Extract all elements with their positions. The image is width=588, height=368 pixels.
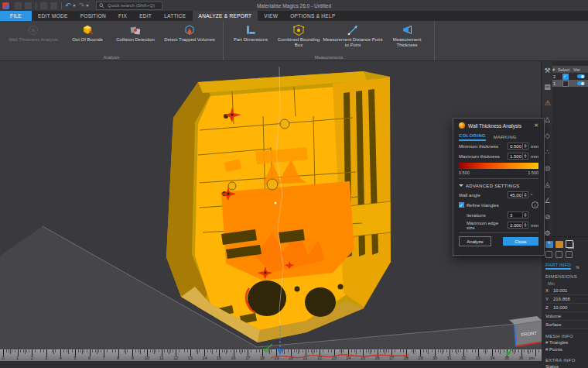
collision-detection-button[interactable]: Collision Detection — [111, 22, 159, 43]
ruler-number: 21 — [303, 356, 308, 360]
redo-icon[interactable]: ↷ — [79, 1, 85, 10]
spinner-arrows[interactable] — [522, 222, 528, 228]
part-list-panel: PART LIST # Select Visi 21 — [552, 46, 588, 236]
dialog-title-bar[interactable]: Wall Thickness Analysis ✕ — [459, 121, 538, 130]
menu-tab-view[interactable]: VIEW — [258, 11, 284, 21]
info-icon[interactable]: i — [532, 201, 538, 208]
undo-dropdown-icon[interactable] — [73, 5, 76, 7]
tab-coloring[interactable]: COLORING — [459, 133, 486, 141]
ruler-number: 22 — [317, 356, 322, 360]
part-list-row[interactable]: 1 — [552, 80, 588, 87]
machine-platform-icon[interactable]: ▤ — [542, 79, 552, 95]
menu-tab-position[interactable]: POSITION — [74, 11, 112, 21]
dimension-row: Y216.868 — [545, 295, 588, 304]
spinner-arrows[interactable] — [522, 153, 528, 159]
minimum-thickness-input[interactable]: 0.500 — [508, 143, 528, 150]
ruler-number: 28 — [404, 356, 409, 360]
wall-thickness-analysis-button[interactable]: Wall Thickness Analysis — [3, 22, 63, 43]
spinner-arrows[interactable] — [522, 143, 528, 149]
quick-toolbar-icon[interactable] — [50, 2, 57, 9]
quick-toolbar-icon[interactable] — [15, 2, 22, 9]
redo-dropdown-icon[interactable] — [86, 5, 89, 7]
ribbon: Wall Thickness AnalysisOut Of BoundsColl… — [0, 21, 588, 61]
wall-angle-label: Wall angle — [459, 193, 508, 198]
select-checkbox[interactable] — [562, 74, 569, 80]
undo-icon[interactable]: ↶ — [65, 1, 71, 10]
add-part-icon[interactable] — [545, 241, 553, 248]
analyze-button[interactable]: Analyze — [459, 236, 491, 246]
menu-bar: FILEEDIT MODEPOSITIONFIXEDITLATTICEANALY… — [0, 11, 588, 21]
ruler-number: 30 — [432, 356, 437, 360]
tab-marking[interactable]: MARKING — [494, 135, 517, 141]
ruler-number: 6 — [88, 356, 91, 360]
dimension-row: Z10.000 — [545, 304, 588, 312]
search-input[interactable] — [106, 2, 159, 9]
panel-toolbar-icon[interactable] — [566, 251, 573, 258]
quick-toolbar-icon[interactable] — [25, 2, 32, 9]
extra-info-row: Status — [545, 363, 588, 368]
panel-toolbar-icon[interactable] — [545, 251, 552, 258]
measurement-thickness-button[interactable]: Measurement Thickness — [383, 22, 431, 47]
refine-triangles-checkbox[interactable] — [459, 202, 464, 208]
spinner-arrows[interactable] — [522, 192, 528, 198]
menu-tab-edit-mode[interactable]: EDIT MODE — [32, 11, 74, 21]
refine-triangles-label: Refine triangles — [467, 203, 532, 208]
column-number: # — [552, 67, 558, 72]
maximum-thickness-input[interactable]: 1.500 — [508, 153, 528, 160]
viewport-lower-strip — [0, 361, 542, 368]
duplicate-icon[interactable] — [566, 240, 573, 248]
close-icon[interactable]: ✕ — [534, 122, 538, 129]
ruler-number: 13 — [188, 356, 193, 360]
ruler-number: 1 — [16, 356, 19, 360]
mesh-info-rows: # Triangles# Points — [545, 339, 588, 353]
part-dimensions-button[interactable]: Part Dimensions — [227, 22, 275, 43]
wall-angle-input[interactable]: 45.00 — [508, 191, 528, 198]
menu-tab-analyze-report[interactable]: ANALYZE & REPORT — [193, 11, 258, 21]
ruler-number: 14 — [202, 356, 207, 360]
measurement-thickness-icon — [401, 23, 413, 36]
quick-search-box[interactable] — [96, 2, 162, 10]
ruler-unit-label: cm — [529, 356, 535, 360]
maximum-edge-size-input[interactable]: 2.000 — [508, 222, 528, 229]
part-list-row[interactable]: 2 — [552, 73, 588, 80]
menu-tab-lattice[interactable]: LATTICE — [158, 11, 192, 21]
mesh-info-row: # Triangles — [545, 339, 588, 346]
ruler-horizontal: 0123456789101112131415161718192021222324… — [0, 349, 542, 362]
fix-wizard-icon[interactable]: ⚠ — [542, 95, 552, 112]
menu-tab-options-help[interactable]: OPTIONS & HELP — [284, 11, 341, 21]
detect-trapped-volumes-button[interactable]: Detect Trapped Volumes — [159, 22, 220, 43]
quick-toolbar-icon[interactable] — [40, 2, 47, 9]
panel-toolbar-icon[interactable] — [556, 251, 562, 258]
gradient-scale-labels: 0.500 1.500 — [459, 170, 538, 176]
minimum-thickness-value: 0.500 — [508, 143, 522, 149]
tab-part-info[interactable]: PART INFO — [545, 263, 571, 270]
ruler-number: 20 — [289, 356, 293, 360]
menu-tab-edit[interactable]: EDIT — [133, 11, 158, 21]
ruler-number: 36 — [519, 356, 524, 360]
advanced-settings-toggle[interactable]: ADVANCED SETTINGS — [459, 181, 538, 190]
folder-icon[interactable] — [556, 241, 563, 248]
combined-bounding-box-button[interactable]: Combined Bounding Box — [275, 22, 323, 47]
wall-thickness-analysis-icon — [27, 23, 39, 36]
maximum-edge-size-value: 2.000 — [508, 222, 522, 228]
tab-next-clipped[interactable]: N — [576, 265, 579, 270]
dimension-row: Volume — [545, 312, 588, 321]
measurement-distance-point-to-point-button[interactable]: Measurement Distance Point to Point — [323, 22, 383, 47]
visibility-toggle[interactable] — [577, 81, 585, 85]
gradient-max-label: 1.500 — [528, 170, 538, 176]
visibility-toggle[interactable] — [577, 74, 585, 78]
ruler-number: 35 — [504, 356, 509, 360]
select-checkbox[interactable] — [562, 81, 569, 87]
part-info-tabs: PART INFO N — [545, 260, 588, 270]
tools-wrench-icon[interactable]: ⚒ — [542, 63, 552, 79]
out-of-bounds-button[interactable]: Out Of Bounds — [63, 22, 111, 43]
spinner-arrows[interactable] — [522, 212, 528, 218]
dimensions-header: DIMENSIONS — [545, 274, 588, 279]
close-button[interactable]: Close — [503, 237, 538, 246]
magics-window: ↶ ↷ Materialise Magics 26.0 - Untitled F… — [0, 0, 588, 368]
menu-tab-file[interactable]: FILE — [0, 11, 32, 21]
divider — [459, 178, 538, 179]
dimensions-rows: X10.001Y216.868Z10.000VolumeSurface — [545, 287, 588, 329]
menu-tab-fix[interactable]: FIX — [112, 11, 133, 21]
iterations-input[interactable]: 3 — [508, 212, 528, 218]
